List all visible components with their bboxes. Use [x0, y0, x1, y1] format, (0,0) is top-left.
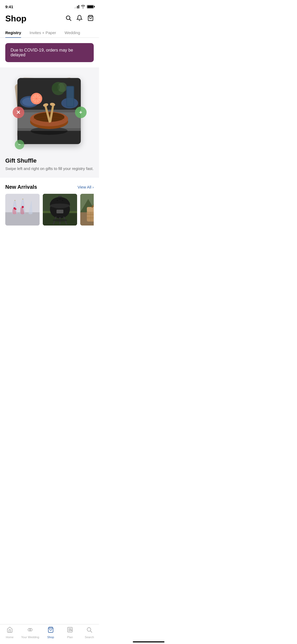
signal-icon	[74, 5, 79, 8]
svg-point-40	[57, 200, 58, 201]
svg-rect-47	[56, 210, 63, 213]
wifi-icon	[81, 4, 85, 9]
view-all-button[interactable]: View All ›	[78, 185, 94, 189]
new-arrivals-header: New Arrivals View All ›	[5, 184, 94, 190]
gift-shuffle-description: Swipe left and right on gifts to fill yo…	[5, 166, 94, 171]
dismiss-button[interactable]: ✕	[13, 107, 24, 118]
add-button[interactable]: +	[75, 107, 87, 118]
covid-banner: Due to COVID-19, orders may be delayed	[5, 43, 94, 62]
status-time: 9:41	[5, 4, 13, 9]
svg-rect-39	[58, 196, 62, 197]
status-icons	[74, 4, 94, 9]
svg-line-1	[70, 19, 71, 21]
new-arrivals-section: New Arrivals View All ›	[0, 178, 99, 230]
svg-rect-61	[87, 207, 94, 212]
page-header: Shop	[0, 12, 99, 28]
status-bar: 9:41	[0, 0, 99, 12]
chevron-right-icon: ›	[92, 185, 94, 189]
svg-point-32	[22, 206, 24, 208]
product-image-3	[80, 194, 94, 226]
svg-point-31	[15, 208, 16, 210]
svg-point-46	[53, 219, 67, 222]
products-row	[5, 194, 94, 226]
cart-icon[interactable]	[87, 15, 94, 23]
product-card-1[interactable]	[5, 194, 40, 226]
gift-shuffle-cards: ✕ + −	[0, 73, 99, 152]
search-icon[interactable]	[65, 15, 72, 23]
tab-registry[interactable]: Registry	[5, 28, 21, 38]
new-arrivals-title: New Arrivals	[5, 184, 37, 190]
battery-icon	[87, 5, 94, 8]
product-card-3[interactable]	[80, 194, 94, 226]
product-card-2[interactable]	[43, 194, 77, 226]
remove-button[interactable]: −	[15, 140, 24, 149]
gift-shuffle-section: ✕ + − Gift Shuffle Swipe left and right …	[0, 67, 99, 178]
page-title: Shop	[5, 14, 26, 24]
covid-banner-text: Due to COVID-19, orders may be delayed	[11, 48, 73, 57]
notification-icon[interactable]	[76, 15, 83, 23]
svg-point-38	[50, 204, 70, 208]
tab-bar: Registry Invites + Paper Wedding	[0, 28, 99, 38]
product-image-1	[5, 194, 40, 226]
svg-point-42	[62, 200, 63, 201]
tab-wedding[interactable]: Wedding	[65, 28, 80, 38]
gift-shuffle-info: Gift Shuffle Swipe left and right on gif…	[0, 157, 99, 171]
svg-point-41	[59, 199, 60, 200]
gift-card-main[interactable]	[17, 78, 81, 144]
gift-shuffle-title: Gift Shuffle	[5, 157, 94, 164]
svg-rect-27	[67, 87, 73, 106]
svg-point-25	[52, 83, 60, 91]
tab-invites-paper[interactable]: Invites + Paper	[30, 28, 56, 38]
product-image-2	[43, 194, 77, 226]
header-actions	[65, 15, 94, 23]
